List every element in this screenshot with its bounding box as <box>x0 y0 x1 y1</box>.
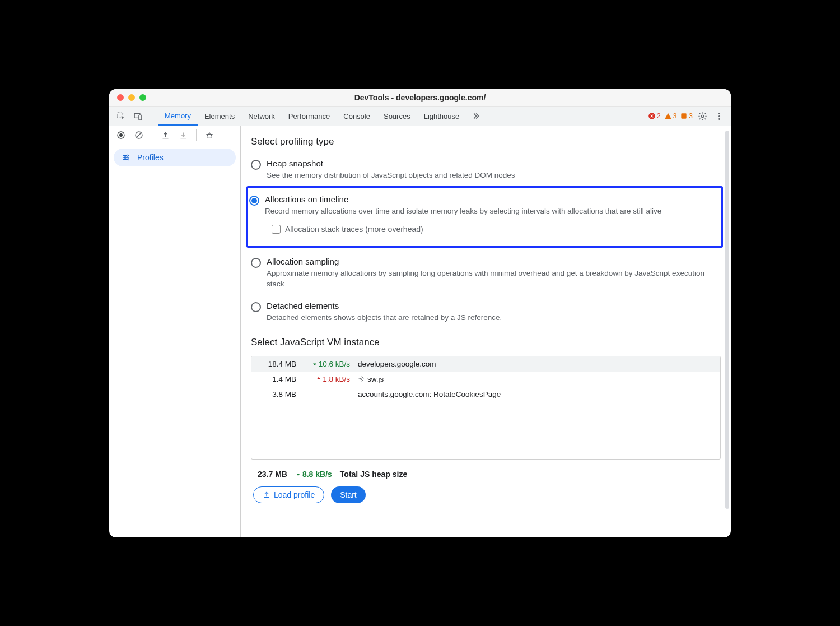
profiling-main-panel: Select profiling type Heap snapshot See … <box>241 126 731 537</box>
tab-elements[interactable]: Elements <box>198 106 241 126</box>
up-arrow-icon <box>316 376 321 382</box>
vm-rate: 1.8 kB/s <box>304 375 350 383</box>
radio-icon[interactable] <box>249 196 259 206</box>
tab-console[interactable]: Console <box>337 106 377 126</box>
profiles-label: Profiles <box>137 153 164 162</box>
kebab-menu-icon[interactable] <box>712 109 726 123</box>
option-allocation-sampling[interactable]: Allocation sampling Approximate memory a… <box>251 253 721 298</box>
total-label: Total JS heap size <box>340 470 407 479</box>
sidebar-toolbar <box>109 126 240 145</box>
total-size: 23.7 MB <box>258 470 287 479</box>
svg-rect-4 <box>682 113 687 118</box>
vm-row[interactable]: 1.4 MB 1.8 kB/s sw.js <box>251 372 720 387</box>
clear-icon[interactable] <box>132 128 146 142</box>
separator <box>196 129 197 141</box>
load-profile-label: Load profile <box>274 490 315 499</box>
vm-row[interactable]: 3.8 MB accounts.google.com: RotateCookie… <box>251 387 720 402</box>
errors-count: 2 <box>657 112 661 120</box>
start-button[interactable]: Start <box>331 486 366 503</box>
tab-sources[interactable]: Sources <box>377 106 417 126</box>
radio-icon[interactable] <box>251 258 261 268</box>
heap-totals-row: 23.7 MB 8.8 kB/s Total JS heap size <box>251 466 721 482</box>
memory-sidebar: Profiles <box>109 126 241 537</box>
option-desc: Detached elements shows objects that are… <box>267 313 502 323</box>
vm-rate-value: 10.6 kB/s <box>319 360 350 368</box>
svg-point-12 <box>127 155 128 156</box>
svg-point-14 <box>128 159 129 160</box>
allocation-stack-traces-label: Allocation stack traces (more overhead) <box>285 225 423 234</box>
radio-icon[interactable] <box>251 160 261 170</box>
panel-tabs: Memory Elements Network Performance Cons… <box>158 106 466 126</box>
vm-size: 18.4 MB <box>257 360 296 368</box>
vm-instance-table: 18.4 MB 10.6 kB/s developers.google.com … <box>251 356 721 460</box>
vm-size: 3.8 MB <box>257 390 296 398</box>
vm-rate: 10.6 kB/s <box>304 360 350 368</box>
down-arrow-icon <box>295 471 301 477</box>
option-title: Heap snapshot <box>267 159 515 168</box>
total-rate: 8.8 kB/s <box>295 470 332 479</box>
radio-icon[interactable] <box>251 302 261 312</box>
more-tabs-icon[interactable] <box>468 109 483 123</box>
collect-garbage-icon[interactable] <box>202 128 217 142</box>
vm-name: sw.js <box>358 375 384 383</box>
device-toolbar-icon[interactable] <box>130 109 145 123</box>
option-allocations-timeline[interactable]: Allocations on timeline Record memory al… <box>249 191 717 242</box>
down-arrow-icon <box>312 361 318 367</box>
option-desc: Approximate memory allocations by sampli… <box>267 268 721 290</box>
svg-point-8 <box>718 118 720 120</box>
service-worker-gear-icon <box>358 375 365 382</box>
tab-lighthouse[interactable]: Lighthouse <box>417 106 466 126</box>
option-heap-snapshot[interactable]: Heap snapshot See the memory distributio… <box>251 155 721 189</box>
option-detached-elements[interactable]: Detached elements Detached elements show… <box>251 298 721 331</box>
tab-memory[interactable]: Memory <box>158 106 198 126</box>
svg-point-15 <box>361 378 362 380</box>
action-buttons: Load profile Start <box>251 482 721 508</box>
status-badges[interactable]: 2 3 3 <box>648 112 693 120</box>
vm-instance-heading: Select JavaScript VM instance <box>251 337 721 348</box>
vm-rate-value: 1.8 kB/s <box>323 375 350 383</box>
svg-rect-2 <box>138 115 141 120</box>
vm-size: 1.4 MB <box>257 375 296 383</box>
svg-point-10 <box>119 133 123 137</box>
inspect-element-icon[interactable] <box>114 109 128 123</box>
start-label: Start <box>340 490 357 499</box>
sidebar-item-profiles[interactable]: Profiles <box>114 149 236 166</box>
option-desc: See the memory distribution of JavaScrip… <box>267 170 515 181</box>
settings-gear-icon[interactable] <box>695 109 710 123</box>
separator <box>152 129 152 141</box>
devtools-window: DevTools - developers.google.com/ Memory… <box>109 89 731 537</box>
profiling-type-heading: Select profiling type <box>251 136 721 147</box>
issues-badge[interactable]: 3 <box>680 112 693 120</box>
option-title: Allocations on timeline <box>265 194 717 204</box>
svg-point-5 <box>701 115 703 117</box>
window-title: DevTools - developers.google.com/ <box>109 93 731 102</box>
tab-network[interactable]: Network <box>241 106 282 126</box>
vm-name: developers.google.com <box>358 360 436 368</box>
upload-icon <box>263 491 270 499</box>
sliders-icon <box>122 153 130 162</box>
scrollbar[interactable] <box>725 131 729 509</box>
separator <box>150 110 150 122</box>
warnings-count: 3 <box>673 112 677 120</box>
titlebar: DevTools - developers.google.com/ <box>109 89 731 107</box>
allocation-stack-traces-row[interactable]: Allocation stack traces (more overhead) <box>272 225 717 234</box>
checkbox-icon[interactable] <box>272 225 281 234</box>
option-title: Allocation sampling <box>267 257 721 266</box>
vm-name: accounts.google.com: RotateCookiesPage <box>358 390 501 398</box>
svg-point-6 <box>718 113 720 114</box>
warnings-badge[interactable]: 3 <box>664 112 677 120</box>
option-title: Detached elements <box>267 301 502 310</box>
record-icon[interactable] <box>114 128 128 142</box>
svg-point-13 <box>124 156 126 158</box>
devtools-tabbar: Memory Elements Network Performance Cons… <box>109 107 731 126</box>
tab-performance[interactable]: Performance <box>282 106 337 126</box>
load-profile-button[interactable]: Load profile <box>253 486 324 503</box>
highlighted-option-box: Allocations on timeline Record memory al… <box>246 186 723 248</box>
vm-row[interactable]: 18.4 MB 10.6 kB/s developers.google.com <box>251 356 720 372</box>
svg-point-7 <box>718 115 720 117</box>
download-icon[interactable] <box>176 128 190 142</box>
option-desc: Record memory allocations over time and … <box>265 206 717 217</box>
issues-count: 3 <box>689 112 693 120</box>
errors-badge[interactable]: 2 <box>648 112 661 120</box>
upload-icon[interactable] <box>158 128 172 142</box>
